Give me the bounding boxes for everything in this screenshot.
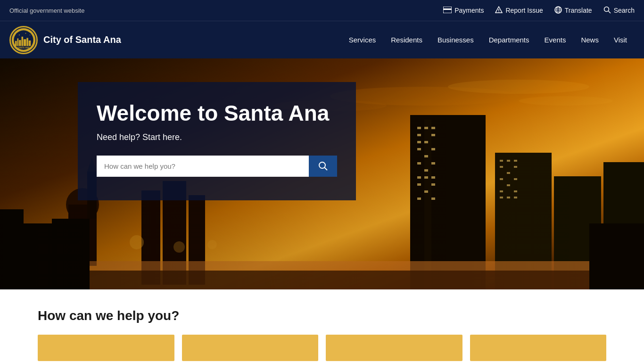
warning-icon — [495, 6, 503, 15]
nav-events[interactable]: Events — [537, 21, 574, 59]
svg-point-3 — [499, 11, 500, 12]
report-issue-link[interactable]: Report Issue — [495, 6, 543, 15]
nav-residents[interactable]: Residents — [383, 21, 430, 59]
nav-services[interactable]: Services — [341, 21, 384, 59]
nav-businesses[interactable]: Businesses — [430, 21, 481, 59]
nav-items: Services Residents Businesses Department… — [341, 21, 635, 59]
hero-title: Welcome to Santa Ana — [97, 101, 337, 126]
search-icon — [603, 6, 611, 15]
hero-subtitle: Need help? Start here. — [97, 132, 337, 142]
help-section-title: How can we help you? — [38, 308, 606, 323]
svg-point-21 — [19, 34, 20, 35]
svg-point-22 — [25, 33, 26, 33]
nav-visit[interactable]: Visit — [606, 21, 635, 59]
nav-departments[interactable]: Departments — [481, 21, 537, 59]
hero-search-icon — [318, 161, 328, 171]
main-nav: SANTA ANA City of Santa Ana — [0, 21, 644, 58]
svg-rect-18 — [24, 39, 26, 46]
hero-search-input[interactable] — [97, 156, 309, 177]
svg-rect-14 — [15, 41, 17, 46]
translate-label: Translate — [565, 7, 592, 14]
svg-rect-16 — [19, 40, 21, 46]
svg-point-23 — [30, 34, 30, 35]
help-cards-row — [38, 335, 606, 361]
payments-link[interactable]: Payments — [443, 7, 484, 15]
utility-links: Payments Report Issue — [443, 6, 635, 15]
svg-rect-17 — [22, 36, 24, 46]
help-card-3[interactable] — [326, 335, 462, 361]
help-card-2[interactable] — [182, 335, 319, 361]
help-section: How can we help you? — [0, 289, 644, 362]
svg-rect-19 — [26, 38, 28, 46]
help-card-1[interactable] — [38, 335, 174, 361]
logo-link[interactable]: SANTA ANA City of Santa Ana — [9, 26, 121, 54]
city-name: City of Santa Ana — [43, 34, 121, 45]
svg-rect-1 — [443, 8, 452, 10]
hero-search-button[interactable] — [309, 156, 337, 177]
logo: SANTA ANA — [9, 26, 38, 54]
svg-text:SANTA ANA: SANTA ANA — [17, 47, 30, 49]
svg-rect-20 — [29, 40, 31, 46]
search-label: Search — [614, 7, 635, 14]
svg-point-85 — [319, 162, 325, 168]
globe-icon — [554, 6, 562, 15]
hero-section: Welcome to Santa Ana Need help? Start he… — [0, 58, 644, 289]
search-link[interactable]: Search — [603, 6, 635, 15]
help-card-4[interactable] — [470, 335, 607, 361]
nav-news[interactable]: News — [573, 21, 606, 59]
hero-content-box: Welcome to Santa Ana Need help? Start he… — [78, 82, 356, 200]
svg-line-10 — [608, 11, 611, 13]
svg-point-9 — [604, 7, 609, 11]
svg-line-86 — [325, 168, 328, 171]
hero-search-bar — [97, 156, 337, 177]
payments-label: Payments — [454, 7, 484, 14]
utility-bar: Official government website Payments Rep… — [0, 0, 644, 21]
translate-link[interactable]: Translate — [554, 6, 592, 15]
report-issue-label: Report Issue — [505, 7, 543, 14]
payment-icon — [443, 7, 452, 15]
svg-rect-15 — [17, 38, 19, 46]
gov-label: Official government website — [9, 7, 84, 14]
